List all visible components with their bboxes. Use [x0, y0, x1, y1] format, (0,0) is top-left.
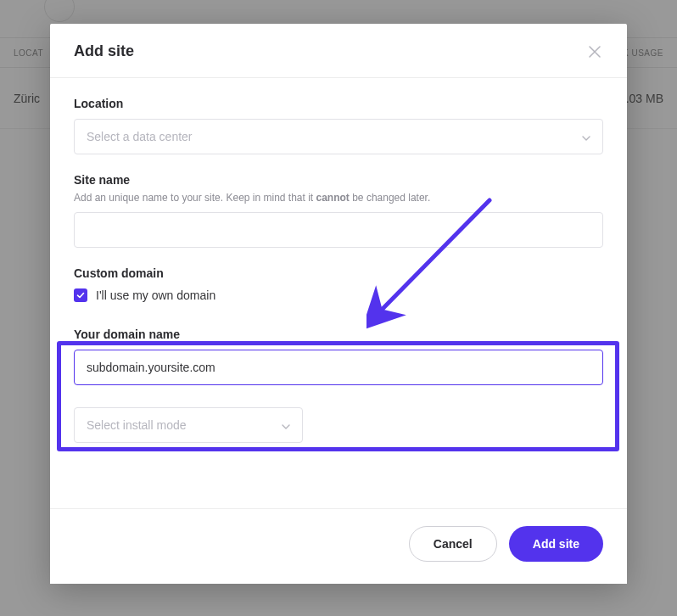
chevron-down-icon	[582, 130, 590, 143]
add-site-modal: Add site Location Select a data center S…	[50, 24, 627, 584]
checkbox-checked-icon	[74, 288, 87, 302]
custom-domain-label: Custom domain	[74, 266, 603, 280]
custom-domain-field: Custom domain I'll use my own domain	[74, 266, 603, 302]
close-icon	[589, 46, 601, 58]
location-placeholder: Select a data center	[87, 130, 193, 143]
domain-name-input[interactable]: subdomain.yoursite.com	[74, 350, 603, 385]
close-button[interactable]	[586, 43, 603, 60]
domain-name-label: Your domain name	[74, 328, 603, 341]
chevron-down-icon	[282, 418, 290, 432]
add-site-button[interactable]: Add site	[509, 526, 603, 562]
install-mode-placeholder: Select install mode	[87, 418, 187, 432]
domain-name-field: Your domain name subdomain.yoursite.com	[74, 314, 603, 385]
own-domain-checkbox-row[interactable]: I'll use my own domain	[74, 288, 603, 302]
site-name-help: Add an unique name to your site. Keep in…	[74, 192, 603, 204]
modal-body: Location Select a data center Site name …	[50, 78, 627, 451]
cancel-button[interactable]: Cancel	[409, 526, 497, 562]
location-field: Location Select a data center	[74, 97, 603, 154]
modal-title: Add site	[74, 42, 134, 60]
modal-footer: Cancel Add site	[50, 508, 627, 584]
site-name-input[interactable]	[74, 212, 603, 248]
own-domain-label: I'll use my own domain	[96, 288, 215, 302]
location-label: Location	[74, 97, 603, 110]
location-select[interactable]: Select a data center	[74, 119, 603, 154]
site-name-field: Site name Add an unique name to your sit…	[74, 173, 603, 248]
modal-header: Add site	[50, 24, 627, 78]
install-mode-select[interactable]: Select install mode	[74, 407, 303, 443]
site-name-label: Site name	[74, 173, 603, 187]
